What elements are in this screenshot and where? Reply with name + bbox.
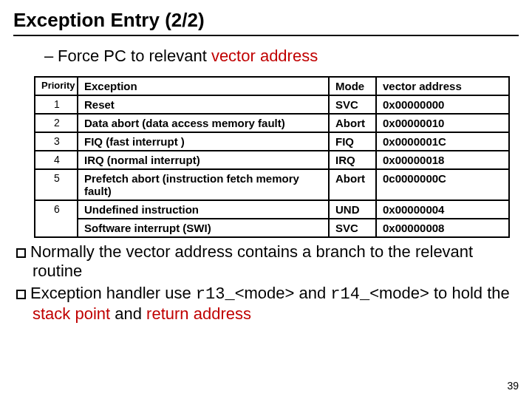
cell-priority: 6 [35, 200, 78, 237]
table-row: 1 Reset SVC 0x00000000 [35, 95, 509, 114]
table-row: 4 IRQ (normal interrupt) IRQ 0x00000018 [35, 151, 509, 169]
b2-mode2: <mode> [369, 284, 429, 302]
cell-mode: Abort [329, 114, 376, 132]
bullet-2: Exception handler use r13_<mode> and r14… [16, 284, 519, 324]
cell-addr: 0x0000001C [376, 132, 509, 151]
cell-exception: Reset [78, 95, 329, 114]
sub-bullet-text-red: vector address [211, 47, 318, 65]
table-row: 5 Prefetch abort (instruction fetch memo… [35, 169, 509, 200]
b2-return: return address [146, 304, 251, 323]
cell-priority: 1 [35, 95, 78, 114]
b2-and: and [294, 284, 330, 302]
cell-addr: 0x00000010 [376, 114, 509, 132]
sub-bullet: –Force PC to relevant vector address [44, 47, 519, 66]
cell-mode: SVC [329, 219, 376, 237]
cell-priority: 4 [35, 151, 78, 169]
table-row: 2 Data abort (data access memory fault) … [35, 114, 509, 132]
dash-bullet: – [44, 47, 58, 66]
cell-exception: FIQ (fast interrupt ) [78, 132, 329, 151]
cell-exception: Undefined instruction [78, 200, 329, 219]
table-row: 6 Undefined instruction UND 0x00000004 [35, 200, 509, 219]
cell-exception: Prefetch abort (instruction fetch memory… [78, 169, 329, 200]
cell-priority: 3 [35, 132, 78, 151]
title-rule [13, 35, 519, 36]
b2a: Exception handler use [30, 284, 196, 302]
th-vector: vector address [376, 77, 509, 95]
table-row: 3 FIQ (fast interrupt ) FIQ 0x0000001C [35, 132, 509, 151]
cell-addr: 0x00000004 [376, 200, 509, 219]
bullet-1-text: Normally the vector address contains a b… [30, 242, 473, 280]
table-row: Software interrupt (SWI) SVC 0x00000008 [35, 219, 509, 237]
th-exception: Exception [78, 77, 329, 95]
b2-stack: stack point [33, 304, 110, 323]
square-bullet-icon [16, 248, 26, 258]
cell-mode: FIQ [329, 132, 376, 151]
cell-exception: Data abort (data access memory fault) [78, 114, 329, 132]
slide: Exception Entry (2/2) –Force PC to relev… [0, 0, 532, 399]
cell-mode: Abort [329, 169, 376, 200]
cell-addr: 0x00000000 [376, 95, 509, 114]
cell-priority: 2 [35, 114, 78, 132]
body-bullets: Normally the vector address contains a b… [16, 242, 519, 324]
table-header-row: Priority Exception Mode vector address [35, 77, 509, 95]
slide-title: Exception Entry (2/2) [13, 9, 519, 32]
b2-r13: r13_ [196, 285, 235, 304]
cell-mode: IRQ [329, 151, 376, 169]
cell-mode: SVC [329, 95, 376, 114]
b2-r14: r14_ [330, 285, 369, 304]
cell-addr: 0c0000000C [376, 169, 509, 200]
cell-addr: 0x00000018 [376, 151, 509, 169]
square-bullet-icon [16, 290, 26, 299]
b2-mode1: <mode> [235, 284, 295, 302]
bullet-1: Normally the vector address contains a b… [16, 242, 519, 281]
b2c: and [110, 304, 146, 323]
cell-exception: Software interrupt (SWI) [78, 219, 329, 237]
b2b: to hold the [429, 284, 510, 302]
cell-priority: 5 [35, 169, 78, 200]
sub-bullet-text-1: Force PC to relevant [58, 47, 211, 65]
cell-mode: UND [329, 200, 376, 219]
cell-addr: 0x00000008 [376, 219, 509, 237]
page-number: 39 [507, 380, 519, 392]
th-priority: Priority [35, 77, 78, 95]
cell-exception: IRQ (normal interrupt) [78, 151, 329, 169]
th-mode: Mode [329, 77, 376, 95]
exception-table: Priority Exception Mode vector address 1… [34, 76, 510, 238]
